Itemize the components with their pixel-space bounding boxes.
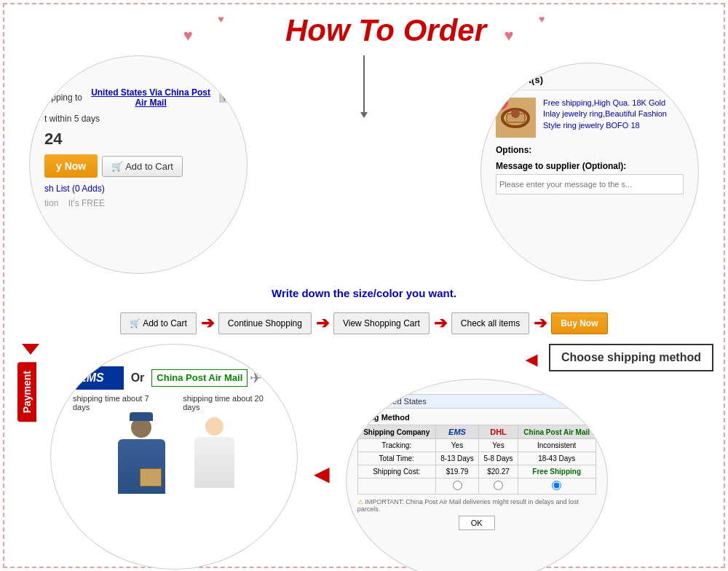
shipping-method-label: pping Method xyxy=(357,413,596,422)
radio-label-empty xyxy=(357,479,435,495)
flow-section: 🛒 Add to Cart ➔ Continue Shopping ➔ View… xyxy=(0,307,728,340)
flow-arrow-1: ➔ xyxy=(201,314,214,333)
flow-add-cart-label: Add to Cart xyxy=(143,318,187,328)
ems-logo: EMS ✈ xyxy=(73,366,124,390)
radio-dhl[interactable] xyxy=(479,479,518,495)
payment-tab: Payment xyxy=(17,362,36,422)
product-header: Product(s) xyxy=(496,74,684,90)
bottom-right: ◄ Choose shipping method 🌐 United States… xyxy=(346,344,713,571)
radio-dhl-input[interactable] xyxy=(494,481,503,490)
left-arrow-icon: ◄ xyxy=(309,459,335,489)
col-dhl: DHL xyxy=(479,425,518,439)
add-to-cart-label: Add to Cart xyxy=(125,161,173,172)
flow-arrow-4: ➔ xyxy=(534,314,547,333)
shipping-table: Shipping Company EMS DHL China Post Air … xyxy=(357,425,596,495)
heart-decoration-3: ♥ xyxy=(505,26,514,44)
page-title: How To Order xyxy=(285,13,486,48)
cost-ems: $19.79 xyxy=(435,465,478,479)
middle-arrow: ◄ xyxy=(309,459,335,489)
ems-text: EMS xyxy=(79,371,104,385)
radio-ems-input[interactable] xyxy=(453,481,462,490)
heart-decoration-1: ♥ xyxy=(183,26,193,44)
tracking-label: Tracking: xyxy=(357,439,435,452)
protection-row: tion It's FREE xyxy=(44,198,232,208)
radio-china[interactable] xyxy=(518,479,596,495)
product-badge: hot xyxy=(492,94,508,110)
svg-point-3 xyxy=(511,109,520,118)
dropdown-arrow-icon[interactable]: ▼ xyxy=(219,93,231,103)
delivery-person-figure xyxy=(105,417,178,497)
shipping-select-row: hipping to United States Via China Post … xyxy=(44,87,232,108)
radio-row xyxy=(357,479,596,495)
ems-plane-icon: ✈ xyxy=(106,369,118,387)
choose-shipping-area: ◄ Choose shipping method xyxy=(521,344,713,375)
shipping-ui: air hipping to United States Via China P… xyxy=(30,56,247,216)
flow-arrow-3: ➔ xyxy=(434,314,447,333)
options-label: Options: xyxy=(496,145,684,155)
add-to-cart-flow-button[interactable]: 🛒 Add to Cart xyxy=(120,312,196,334)
message-input[interactable] xyxy=(496,174,684,194)
shipping-to-label: hipping to xyxy=(44,92,82,103)
add-to-cart-button[interactable]: 🛒 Add to Cart xyxy=(102,156,183,177)
time-china: 18-43 Days xyxy=(518,452,596,465)
buy-now-flow-button[interactable]: Buy Now xyxy=(551,312,607,334)
tracking-row: Tracking: Yes Yes Inconsistent xyxy=(357,439,596,452)
shipping-logos: EMS ✈ Or China Post Air Mail ✈ xyxy=(73,366,275,390)
ok-button[interactable]: OK xyxy=(459,516,495,530)
product-row: hot Free shipping,High Qua. 18K Gold Inl… xyxy=(496,98,684,138)
connector-area xyxy=(248,55,480,135)
shipping-air-label: air xyxy=(44,74,232,84)
important-note: ⚠ IMPORTANT: China Post Air Mail deliver… xyxy=(357,498,596,513)
location-text: United States xyxy=(379,397,427,406)
shipping-times: shipping time about 7 days shipping time… xyxy=(73,394,275,411)
cost-china: Free Shipping xyxy=(518,465,596,479)
choose-shipping-arrow: ◄ xyxy=(521,348,542,371)
radio-china-input[interactable] xyxy=(552,481,561,490)
ems-content: EMS ✈ Or China Post Air Mail ✈ shipping … xyxy=(51,344,297,505)
shipping-table-content: 🌐 United States pping Method Shipping Co… xyxy=(347,379,607,545)
tracking-china: Inconsistent xyxy=(518,439,596,452)
bottom-left-circle: EMS ✈ Or China Post Air Mail ✈ shipping … xyxy=(50,344,298,570)
protection-value: It's FREE xyxy=(68,198,105,208)
or-text: Or xyxy=(131,371,145,385)
col-ems: EMS xyxy=(435,425,478,439)
heart-decoration-4: ♥ xyxy=(539,13,545,25)
col-header-company: Shipping Company xyxy=(357,425,435,439)
shipping-link[interactable]: United States Via China Post Air Mail xyxy=(85,87,216,108)
top-section: air hipping to United States Via China P… xyxy=(0,55,728,281)
continue-shopping-button[interactable]: Continue Shopping xyxy=(218,312,312,334)
cost-dhl: $20.27 xyxy=(479,465,518,479)
china-post-logo: China Post Air Mail xyxy=(151,369,248,387)
price-display: 24 xyxy=(44,130,232,149)
heart-decoration-2: ♥ xyxy=(218,13,223,25)
tracking-dhl: Yes xyxy=(479,439,518,452)
left-indicator: Payment xyxy=(15,344,39,422)
location-bar: 🌐 United States xyxy=(357,394,596,409)
total-time-row: Total Time: 8-13 Days 5-8 Days 18-43 Day… xyxy=(357,452,596,465)
page-title-section: ♥ ♥ How To Order ♥ ♥ xyxy=(0,0,728,55)
delivery-illustration xyxy=(73,417,275,497)
buy-now-button[interactable]: y Now xyxy=(44,154,98,178)
product-ui: Product(s) hot Free shipping,High Qua. 1… xyxy=(481,63,698,205)
flow-arrow-2: ➔ xyxy=(316,314,329,333)
wish-list-link[interactable]: sh List (0 Adds) xyxy=(44,184,232,194)
time-dhl: 5-8 Days xyxy=(479,452,518,465)
ems-time: shipping time about 7 days xyxy=(73,394,161,411)
product-thumbnail: hot xyxy=(496,98,536,138)
top-left-circle: air hipping to United States Via China P… xyxy=(29,55,248,274)
check-items-button[interactable]: Check all items xyxy=(451,312,529,334)
write-down-text: Write down the size/color you want. xyxy=(0,287,728,299)
radio-ems[interactable] xyxy=(435,479,478,495)
product-description: Free shipping,High Qua. 18K Gold Inlay j… xyxy=(543,98,684,138)
china-post-plane-icon: ✈ xyxy=(250,369,262,387)
action-buttons: y Now 🛒 Add to Cart xyxy=(44,154,232,178)
flow-cart-icon: 🛒 xyxy=(130,318,141,328)
shipping-table-circle: 🌐 United States pping Method Shipping Co… xyxy=(346,379,608,571)
top-right-circle: Product(s) hot Free shipping,High Qua. 1… xyxy=(480,63,699,281)
view-cart-button[interactable]: View Shopping Cart xyxy=(333,312,430,334)
cost-row: Shipping Cost: $19.79 $20.27 Free Shippi… xyxy=(357,465,596,479)
time-ems: 8-13 Days xyxy=(435,452,478,465)
recipient-figure xyxy=(185,417,243,490)
choose-shipping-box: Choose shipping method xyxy=(549,344,713,371)
tracking-ems: Yes xyxy=(435,439,478,452)
